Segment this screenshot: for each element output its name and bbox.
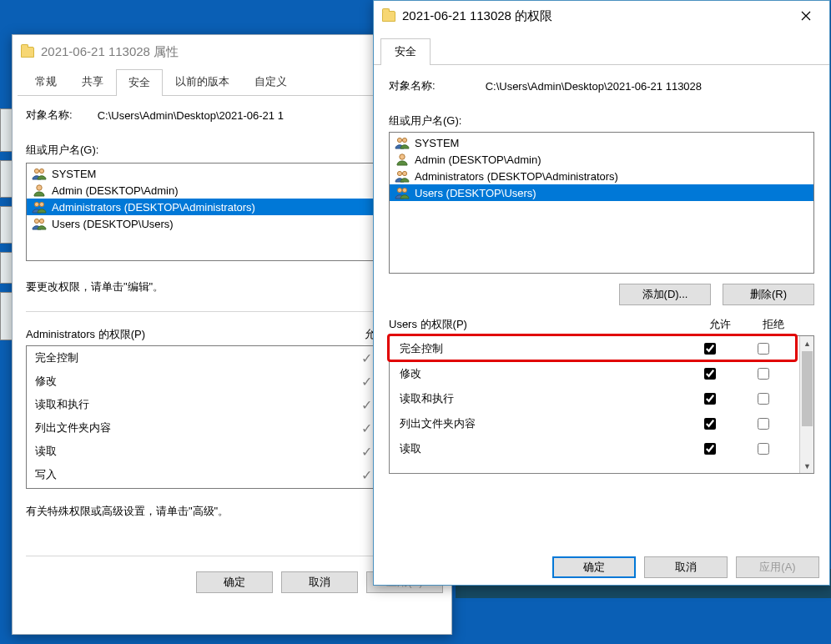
scroll-thumb[interactable] xyxy=(802,351,813,426)
principal-item[interactable]: Admin (DESKTOP\Admin) xyxy=(390,151,813,168)
principal-name: Users (DESKTOP\Users) xyxy=(52,218,174,230)
svg-point-11 xyxy=(402,171,406,175)
tab-以前的版本[interactable]: 以前的版本 xyxy=(163,68,242,95)
permissions-edit-box: 完全控制修改读取和执行列出文件夹内容读取 xyxy=(390,336,799,473)
permission-row: 列出文件夹内容 xyxy=(390,411,799,436)
permission-row: 修改 xyxy=(390,361,799,386)
principal-item[interactable]: SYSTEM xyxy=(390,134,813,151)
group-icon xyxy=(395,186,410,199)
tab-security[interactable]: 安全 xyxy=(380,38,431,65)
tab-共享[interactable]: 共享 xyxy=(69,68,116,95)
tab-自定义[interactable]: 自定义 xyxy=(242,68,300,95)
svg-point-9 xyxy=(400,154,405,159)
remove-button[interactable]: 删除(R) xyxy=(723,284,814,305)
close-button[interactable] xyxy=(788,3,824,28)
principal-item[interactable]: Users (DESKTOP\Users) xyxy=(390,184,813,201)
svg-point-10 xyxy=(397,171,401,175)
permission-name: 列出文件夹内容 xyxy=(35,420,337,435)
permission-name: 读取 xyxy=(35,444,337,459)
close-icon xyxy=(801,11,811,21)
permission-name: 读取 xyxy=(400,441,682,456)
object-name-label: 对象名称: xyxy=(389,78,436,93)
permission-name: 读取和执行 xyxy=(35,397,337,412)
group-icon xyxy=(395,136,410,149)
deny-checkbox[interactable] xyxy=(758,418,769,430)
folder-icon xyxy=(382,11,395,22)
permission-row: 完全控制 xyxy=(390,336,799,361)
principal-name: SYSTEM xyxy=(52,168,96,180)
tab-常规[interactable]: 常规 xyxy=(23,68,69,95)
svg-point-6 xyxy=(39,219,43,223)
svg-point-4 xyxy=(39,202,43,206)
svg-point-2 xyxy=(37,185,42,190)
allow-checkbox[interactable] xyxy=(704,418,716,430)
allow-checkbox[interactable] xyxy=(704,393,716,405)
principal-name: Administrators (DESKTOP\Administrators) xyxy=(415,170,618,183)
ok-button[interactable]: 确定 xyxy=(196,571,273,593)
permissions-header: Administrators 的权限(P) xyxy=(26,327,346,342)
svg-point-0 xyxy=(34,169,38,173)
group-icon xyxy=(395,169,410,183)
user-icon xyxy=(395,153,410,166)
object-name-label: 对象名称: xyxy=(26,108,73,123)
object-path: C:\Users\Admin\Desktop\2021-06-21 113028 xyxy=(486,80,702,93)
svg-point-5 xyxy=(34,219,38,223)
ok-button[interactable]: 确定 xyxy=(552,556,636,578)
allow-checkbox[interactable] xyxy=(704,343,716,355)
permission-name: 完全控制 xyxy=(35,350,337,365)
svg-point-3 xyxy=(34,202,38,206)
tab-安全[interactable]: 安全 xyxy=(116,69,163,96)
cancel-button[interactable]: 取消 xyxy=(644,556,728,578)
permission-name: 读取和执行 xyxy=(400,391,682,406)
permission-row: 读取和执行 xyxy=(390,386,799,411)
permission-name: 写入 xyxy=(35,467,337,482)
principal-name: Admin (DESKTOP\Admin) xyxy=(415,153,541,166)
scroll-down-icon[interactable]: ▼ xyxy=(800,459,814,473)
permission-row: 读取 xyxy=(390,436,799,461)
advanced-hint: 有关特殊权限或高级设置，请单击"高级"。 xyxy=(26,504,405,519)
deny-checkbox[interactable] xyxy=(758,393,769,405)
principal-name: SYSTEM xyxy=(415,137,459,149)
allow-checkbox[interactable] xyxy=(704,368,716,380)
add-button[interactable]: 添加(D)... xyxy=(619,284,711,305)
permissions-titlebar[interactable]: 2021-06-21 113028 的权限 xyxy=(374,1,829,31)
deny-checkbox[interactable] xyxy=(758,368,769,380)
permissions-window: 2021-06-21 113028 的权限 安全 对象名称: C:\Users\… xyxy=(373,0,830,586)
permissions-footer: 确定 取消 应用(A) xyxy=(552,556,819,578)
principals-listbox[interactable]: SYSTEMAdmin (DESKTOP\Admin)Administrator… xyxy=(389,132,814,274)
permission-name: 修改 xyxy=(400,366,682,381)
permission-name: 完全控制 xyxy=(400,341,682,356)
desktop-partial-icons xyxy=(0,108,13,349)
deny-checkbox[interactable] xyxy=(758,443,769,455)
column-deny: 拒绝 xyxy=(747,317,800,332)
svg-point-12 xyxy=(397,188,401,192)
properties-title: 2021-06-21 113028 属性 xyxy=(41,44,179,60)
svg-point-7 xyxy=(397,138,401,142)
principal-name: Users (DESKTOP\Users) xyxy=(415,187,536,199)
folder-icon xyxy=(21,47,34,58)
permission-name: 修改 xyxy=(35,374,337,389)
column-allow: 允许 xyxy=(693,317,747,332)
permissions-tabs: 安全 xyxy=(374,38,829,65)
group-users-label: 组或用户名(G): xyxy=(389,113,814,128)
svg-point-1 xyxy=(39,169,43,173)
group-icon xyxy=(32,167,47,180)
allow-checkbox[interactable] xyxy=(704,443,716,455)
user-icon xyxy=(32,184,47,197)
permissions-title: 2021-06-21 113028 的权限 xyxy=(402,8,781,24)
permission-name: 列出文件夹内容 xyxy=(400,416,682,431)
principal-name: Admin (DESKTOP\Admin) xyxy=(52,184,178,197)
scrollbar[interactable]: ▲ ▼ xyxy=(799,336,813,473)
deny-checkbox[interactable] xyxy=(758,343,769,355)
group-icon xyxy=(32,200,47,214)
permissions-header: Users 的权限(P) xyxy=(389,317,693,332)
svg-point-13 xyxy=(402,188,406,192)
scroll-up-icon[interactable]: ▲ xyxy=(800,336,814,350)
edit-hint: 要更改权限，请单击"编辑"。 xyxy=(26,279,391,294)
apply-button[interactable]: 应用(A) xyxy=(736,556,819,578)
svg-point-8 xyxy=(402,138,406,142)
principal-item[interactable]: Administrators (DESKTOP\Administrators) xyxy=(390,168,813,184)
object-path: C:\Users\Admin\Desktop\2021-06-21 1 xyxy=(98,109,284,122)
group-icon xyxy=(32,217,47,230)
cancel-button[interactable]: 取消 xyxy=(281,571,358,593)
